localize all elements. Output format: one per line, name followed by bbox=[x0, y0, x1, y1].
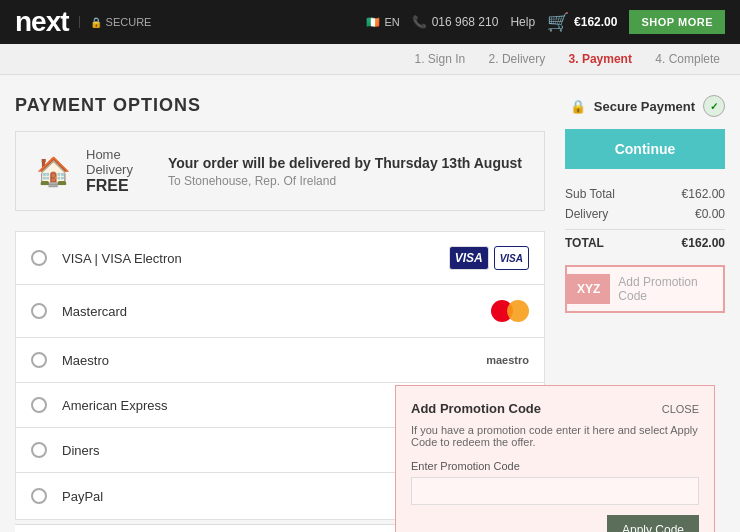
lang-label: EN bbox=[384, 16, 399, 28]
delivery-date: Your order will be delivered by Thursday… bbox=[168, 155, 522, 171]
phone-section: 📞 016 968 210 bbox=[412, 15, 499, 29]
main-content: PAYMENT OPTIONS 🏠 HomeDelivery FREE Your… bbox=[0, 75, 740, 532]
subtotal-row: Sub Total €162.00 bbox=[565, 184, 725, 204]
delivery-free: FREE bbox=[86, 177, 133, 195]
payment-option-visa[interactable]: VISA | VISA Electron VISA VISA bbox=[15, 231, 545, 285]
continue-button[interactable]: Continue bbox=[565, 129, 725, 169]
delivery-message: Your order will be delivered by Thursday… bbox=[168, 155, 522, 188]
promo-section[interactable]: XYZ Add Promotion Code bbox=[565, 265, 725, 313]
delivery-cost-label: Delivery bbox=[565, 207, 608, 221]
header: next 🔒 SECURE 🇮🇪 EN 📞 016 968 210 Help 🛒… bbox=[0, 0, 740, 44]
delivery-cost-value: €0.00 bbox=[695, 207, 725, 221]
promo-description: If you have a promotion code enter it he… bbox=[411, 424, 699, 448]
phone-number: 016 968 210 bbox=[432, 15, 499, 29]
promo-placeholder-text[interactable]: Add Promotion Code bbox=[610, 267, 723, 311]
radio-visa[interactable] bbox=[31, 250, 47, 266]
delivery-info: HomeDelivery FREE bbox=[86, 147, 133, 195]
delivery-row: Delivery €0.00 bbox=[565, 204, 725, 224]
flag-icon: 🇮🇪 bbox=[366, 16, 380, 29]
visa-label: VISA | VISA Electron bbox=[62, 251, 434, 266]
subtotal-value: €162.00 bbox=[682, 187, 725, 201]
radio-paypal[interactable] bbox=[31, 488, 47, 504]
basket-icon: 🛒 bbox=[547, 11, 569, 33]
breadcrumb-step1[interactable]: 1. Sign In bbox=[415, 52, 466, 66]
promo-popup-title: Add Promotion Code bbox=[411, 401, 541, 416]
breadcrumb: 1. Sign In 2. Delivery 3. Payment 4. Com… bbox=[0, 44, 740, 75]
secure-payment-label: Secure Payment bbox=[594, 99, 695, 114]
payment-option-mastercard[interactable]: Mastercard bbox=[15, 284, 545, 338]
total-value: €162.00 bbox=[682, 236, 725, 250]
breadcrumb-step2[interactable]: 2. Delivery bbox=[489, 52, 546, 66]
total-row: TOTAL €162.00 bbox=[565, 229, 725, 253]
promo-close-button[interactable]: CLOSE bbox=[662, 403, 699, 415]
delivery-label: HomeDelivery bbox=[86, 147, 133, 177]
lock-icon-right: 🔒 bbox=[570, 99, 586, 114]
visa-card-logo: VISA bbox=[449, 246, 489, 270]
promo-popup-header: Add Promotion Code CLOSE bbox=[411, 401, 699, 416]
secure-indicator: 🔒 SECURE bbox=[79, 16, 152, 28]
radio-amex[interactable] bbox=[31, 397, 47, 413]
visa-logos: VISA VISA bbox=[449, 246, 529, 270]
secure-label: SECURE bbox=[106, 16, 152, 28]
basket-amount: €162.00 bbox=[574, 15, 617, 29]
subtotal-label: Sub Total bbox=[565, 187, 615, 201]
payment-option-maestro[interactable]: Maestro maestro bbox=[15, 337, 545, 383]
promo-badge: XYZ bbox=[567, 274, 610, 304]
mc-logo-graphic bbox=[491, 299, 529, 323]
order-summary: Sub Total €162.00 Delivery €0.00 TOTAL €… bbox=[565, 184, 725, 253]
help-link[interactable]: Help bbox=[510, 15, 535, 29]
promo-code-input[interactable] bbox=[411, 477, 699, 505]
maestro-logo-text: maestro bbox=[486, 354, 529, 366]
language-selector[interactable]: 🇮🇪 EN bbox=[366, 16, 399, 29]
delivery-address: To Stonehouse, Rep. Of Ireland bbox=[168, 174, 522, 188]
header-right: 🇮🇪 EN 📞 016 968 210 Help 🛒 €162.00 SHOP … bbox=[366, 10, 725, 34]
site-logo: next bbox=[15, 6, 69, 38]
basket-section[interactable]: 🛒 €162.00 bbox=[547, 11, 617, 33]
diners-label: Diners bbox=[62, 443, 443, 458]
delivery-box: 🏠 HomeDelivery FREE Your order will be d… bbox=[15, 131, 545, 211]
promo-popup: Add Promotion Code CLOSE If you have a p… bbox=[395, 385, 715, 532]
maestro-logo: maestro bbox=[486, 354, 529, 366]
home-icon: 🏠 bbox=[36, 155, 71, 188]
verified-badge: ✓ bbox=[703, 95, 725, 117]
lock-icon: 🔒 bbox=[90, 17, 102, 28]
promo-input-section: Enter Promotion Code bbox=[411, 460, 699, 505]
secure-payment-header: 🔒 Secure Payment ✓ bbox=[565, 95, 725, 117]
breadcrumb-step3[interactable]: 3. Payment bbox=[569, 52, 632, 66]
radio-mastercard[interactable] bbox=[31, 303, 47, 319]
breadcrumb-step4[interactable]: 4. Complete bbox=[655, 52, 720, 66]
promo-trigger[interactable]: XYZ Add Promotion Code bbox=[566, 266, 724, 312]
phone-icon: 📞 bbox=[412, 15, 427, 29]
shop-more-button[interactable]: SHOP MORE bbox=[629, 10, 725, 34]
radio-diners[interactable] bbox=[31, 442, 47, 458]
mc-yellow-circle bbox=[507, 300, 529, 322]
visa-electron-logo: VISA bbox=[494, 246, 529, 270]
total-label: TOTAL bbox=[565, 236, 604, 250]
mastercard-label: Mastercard bbox=[62, 304, 476, 319]
promo-input-label: Enter Promotion Code bbox=[411, 460, 699, 472]
mastercard-logo bbox=[491, 299, 529, 323]
page-title: PAYMENT OPTIONS bbox=[15, 95, 545, 116]
maestro-label: Maestro bbox=[62, 353, 471, 368]
apply-code-button[interactable]: Apply Code bbox=[607, 515, 699, 532]
radio-maestro[interactable] bbox=[31, 352, 47, 368]
